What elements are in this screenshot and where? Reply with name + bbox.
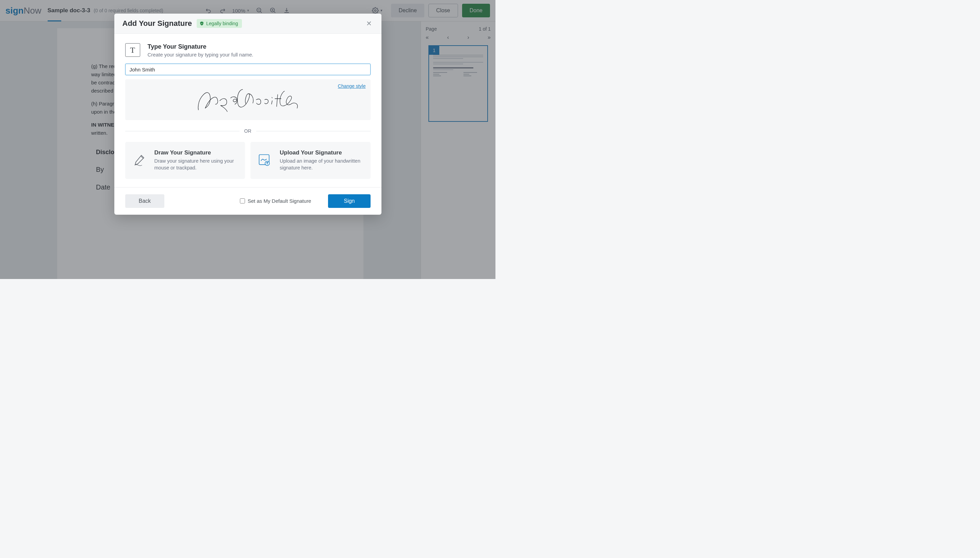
legal-badge-text: Legally binding [206,21,238,26]
back-button[interactable]: Back [125,194,165,208]
modal-header: Add Your Signature Legally binding ✕ [114,14,381,34]
signature-name-input[interactable] [125,64,371,75]
close-icon[interactable]: ✕ [365,20,373,28]
upload-signature-option[interactable]: Upload Your Signature Upload an image of… [250,142,371,179]
signature-preview: Change style [125,79,371,120]
signature-modal: Add Your Signature Legally binding ✕ T T… [114,14,381,215]
type-title: Type Your Signature [148,43,253,50]
modal-title: Add Your Signature [123,19,192,28]
modal-body: T Type Your Signature Create your signat… [114,34,381,187]
sign-button[interactable]: Sign [328,194,370,208]
modal-overlay[interactable]: Add Your Signature Legally binding ✕ T T… [0,0,496,279]
draw-signature-option[interactable]: Draw Your Signature Draw your signature … [125,142,245,179]
type-icon: T [125,43,140,57]
pencil-icon [132,153,147,168]
signature-options: Draw Your Signature Draw your signature … [125,142,371,179]
signature-graphic [193,84,302,115]
modal-footer: Back Set as My Default Signature Sign [114,187,381,215]
type-section-header: T Type Your Signature Create your signat… [125,43,371,57]
type-desc: Create your signature by typing your ful… [148,52,253,57]
upload-title: Upload Your Signature [280,149,364,156]
default-checkbox-input[interactable] [240,199,245,204]
default-label: Set as My Default Signature [248,198,311,204]
change-style-link[interactable]: Change style [338,84,366,89]
draw-title: Draw Your Signature [154,149,238,156]
or-divider: OR [125,128,371,134]
shield-check-icon [199,21,204,26]
upload-icon [257,153,272,168]
upload-desc: Upload an image of your handwritten sign… [280,158,364,171]
draw-desc: Draw your signature here using your mous… [154,158,238,171]
default-signature-checkbox[interactable]: Set as My Default Signature [240,198,311,204]
legal-badge: Legally binding [197,19,242,28]
or-text: OR [240,128,256,134]
